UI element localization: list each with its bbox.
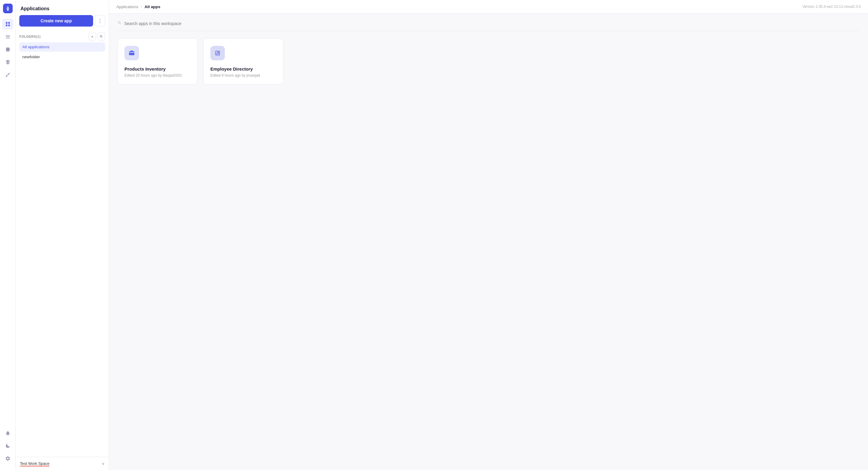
folders-label: FOLDERS(1) xyxy=(19,35,41,38)
folders-actions: + xyxy=(88,33,105,40)
moon-icon xyxy=(5,443,10,448)
workspace-row[interactable]: Test Work Space ∨ xyxy=(16,457,109,470)
layers-icon xyxy=(5,59,10,65)
add-folder-button[interactable]: + xyxy=(88,33,96,40)
main-sidebar: Applications Create new app ⋮ FOLDERS(1)… xyxy=(16,0,109,470)
top-bar: Applications › All apps Version 2.30.4-e… xyxy=(109,0,868,13)
breadcrumb-separator: › xyxy=(141,4,142,9)
svg-rect-2 xyxy=(8,22,10,24)
svg-rect-5 xyxy=(6,35,10,36)
database-icon xyxy=(5,47,10,52)
app-name-products-inventory: Products Inventory xyxy=(124,66,190,71)
search-folder-button[interactable] xyxy=(97,33,105,40)
sidebar-icon-database[interactable] xyxy=(2,44,13,55)
sidebar-icon-apps[interactable] xyxy=(2,19,13,30)
rocket-icon xyxy=(5,6,10,11)
svg-point-13 xyxy=(216,52,217,53)
apps-grid: Products Inventory Edited 20 hours ago b… xyxy=(118,38,860,85)
grid-icon xyxy=(5,22,10,27)
nav-icons xyxy=(2,19,13,428)
search-bar xyxy=(118,21,860,31)
app-card-employee-directory[interactable]: Employee Directory Edited 9 hours ago by… xyxy=(204,38,283,85)
sidebar-bottom: Test Work Space ∨ xyxy=(16,457,109,470)
svg-rect-4 xyxy=(8,25,10,26)
app-name-employee-directory: Employee Directory xyxy=(210,66,276,71)
gear-icon xyxy=(5,456,10,461)
workspace-chevron: ∨ xyxy=(102,462,104,466)
content-area: Products Inventory Edited 20 hours ago b… xyxy=(109,13,868,470)
svg-rect-1 xyxy=(6,22,7,24)
folders-section: FOLDERS(1) + All applicationsnewfolder xyxy=(16,30,109,64)
search-input[interactable] xyxy=(124,21,215,26)
sidebar-icon-darkmode[interactable] xyxy=(2,440,13,451)
folder-item-all[interactable]: All applications xyxy=(19,42,105,52)
svg-rect-12 xyxy=(215,51,220,56)
logo[interactable] xyxy=(3,4,13,13)
sidebar-icon-settings[interactable] xyxy=(2,453,13,464)
paint-icon xyxy=(5,72,10,78)
search-icon-wrap xyxy=(118,21,122,26)
breadcrumb: Applications › All apps xyxy=(116,4,160,9)
more-options-button[interactable]: ⋮ xyxy=(95,15,105,27)
app-svg-icon xyxy=(128,50,135,57)
sidebar-title: Applications xyxy=(16,0,109,15)
search-icon xyxy=(118,21,122,25)
main-content: Applications › All apps Version 2.30.4-e… xyxy=(109,0,868,470)
sidebar-icon-theme[interactable] xyxy=(2,69,13,80)
search-icon xyxy=(99,35,103,38)
folder-item-newfolder[interactable]: newfolder xyxy=(19,52,105,62)
bottom-icons xyxy=(2,428,13,464)
sidebar-icon-notifications[interactable] xyxy=(2,428,13,439)
icon-sidebar xyxy=(0,0,16,470)
breadcrumb-parent[interactable]: Applications xyxy=(116,4,138,9)
version-text: Version 2.30.4-ee2.15.12-cloud2.3.6 xyxy=(803,4,861,9)
list-icon xyxy=(5,34,10,39)
svg-rect-14 xyxy=(216,54,219,54)
svg-rect-6 xyxy=(6,36,10,37)
app-meta-employee-directory: Edited 9 hours ago by jnuasjad xyxy=(210,73,276,78)
folders-header: FOLDERS(1) + xyxy=(19,33,105,40)
svg-point-0 xyxy=(7,8,8,9)
svg-rect-10 xyxy=(130,50,133,52)
breadcrumb-current: All apps xyxy=(144,4,160,9)
app-icon-employee-directory xyxy=(210,46,225,60)
folder-list: All applicationsnewfolder xyxy=(19,42,105,62)
bell-icon xyxy=(5,431,10,436)
app-meta-products-inventory: Edited 20 hours ago by iitasjad2001 xyxy=(124,73,190,78)
create-new-app-button[interactable]: Create new app xyxy=(19,15,93,27)
app-svg-icon xyxy=(214,50,221,57)
svg-rect-7 xyxy=(6,38,10,38)
svg-rect-3 xyxy=(6,25,7,26)
app-icon-products-inventory xyxy=(124,46,139,60)
sidebar-icon-list[interactable] xyxy=(2,31,13,42)
workspace-name: Test Work Space xyxy=(20,461,102,466)
sidebar-icon-layers[interactable] xyxy=(2,57,13,67)
app-card-products-inventory[interactable]: Products Inventory Edited 20 hours ago b… xyxy=(118,38,197,85)
create-btn-row: Create new app ⋮ xyxy=(16,15,109,30)
